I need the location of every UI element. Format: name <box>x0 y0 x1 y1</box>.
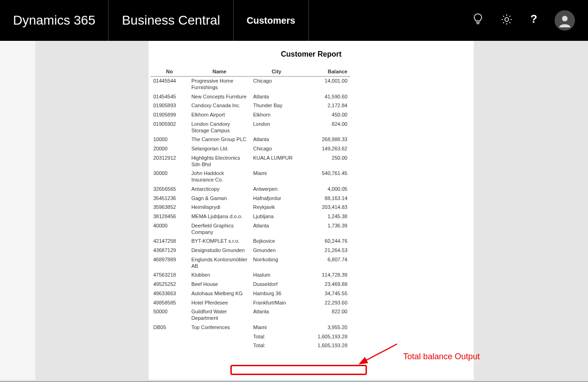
cell-no: 35451236 <box>150 194 189 203</box>
cell-no: 50000 <box>150 307 189 323</box>
cell-balance: 1,245.38 <box>303 212 350 221</box>
cell-no: 20000 <box>150 144 189 154</box>
app-header: Dynamics 365 Business Central Customers … <box>0 0 588 41</box>
cell-balance: 203,414.83 <box>303 203 350 212</box>
cell-no: 49525252 <box>150 280 189 289</box>
table-row: 50000Guildford Water DepartmentAtlanta82… <box>150 307 350 323</box>
table-row: 49633663Autohaus Mielberg KGHamburg 3634… <box>150 289 350 298</box>
cell-name: Top Conferences <box>189 323 250 332</box>
cell-no: 01454545 <box>150 92 189 102</box>
total-value: 1,605,193.28 <box>303 332 350 342</box>
help-icon[interactable]: ? <box>530 13 537 27</box>
table-row: 49858585Hotel PferdeseeFrankfurt/Main22,… <box>150 298 350 308</box>
cell-name: John Haddock Insurance Co. <box>189 169 250 185</box>
cell-city: Atlanta <box>250 92 303 102</box>
cell-no: 20312912 <box>150 154 189 169</box>
cell-name: The Cannon Group PLC <box>189 135 250 144</box>
cell-city: Frankfurt/Main <box>250 298 303 308</box>
cell-balance: 822.00 <box>303 307 350 323</box>
table-row: 01454545New Concepts FurnitureAtlanta41,… <box>150 92 350 102</box>
table-row: 35451236Gagn & GamanHafnafjordur88,163.1… <box>150 194 350 203</box>
cell-city: Hafnafjordur <box>250 194 303 203</box>
table-row: 43687129Designstudio GmundenGmunden21,26… <box>150 246 350 255</box>
cell-balance: 450.00 <box>303 110 350 120</box>
table-row: 30000John Haddock Insurance Co.Miami540,… <box>150 169 350 185</box>
col-city: City <box>250 67 303 77</box>
cell-city: Miami <box>250 169 303 185</box>
cell-city: Atlanta <box>250 221 303 237</box>
cell-balance: 41,590.60 <box>303 92 350 102</box>
cell-balance: 268,988.33 <box>303 135 350 144</box>
cell-city: Ljubljana <box>250 212 303 221</box>
gear-icon[interactable] <box>501 13 513 27</box>
cell-city: Miami <box>250 323 303 332</box>
cell-name: Autohaus Mielberg KG <box>189 289 250 298</box>
table-row: 40000Deerfield Graphics CompanyAtlanta1,… <box>150 221 350 237</box>
cell-no: 01905893 <box>150 101 189 110</box>
annotation-label: Total balance Output <box>403 352 480 362</box>
customer-report-table: No Name City Balance 01445544Progressive… <box>150 67 350 350</box>
cell-name: Gagn & Gaman <box>189 194 250 203</box>
cell-no: 43687129 <box>150 246 189 255</box>
cell-city: Thunder Bay <box>250 101 303 110</box>
cell-no: DB05 <box>150 323 189 332</box>
cell-balance: 34,745.55 <box>303 289 350 298</box>
cell-balance: 3,955.20 <box>303 323 350 332</box>
cell-city: Elkhorn <box>250 110 303 120</box>
cell-balance: 22,293.60 <box>303 298 350 308</box>
cell-name: Candoxy Canada Inc. <box>189 101 250 110</box>
cell-name: Designstudio Gmunden <box>189 246 250 255</box>
cell-no: 01905899 <box>150 110 189 120</box>
left-sidebar <box>0 41 35 380</box>
header-icons: ? <box>473 10 588 31</box>
total-label: Total: <box>250 332 303 342</box>
cell-name: Elkhorn Airport <box>189 110 250 120</box>
cell-name: Highlights Electronics Sdn Bhd <box>189 154 250 169</box>
cell-city: Gmunden <box>250 246 303 255</box>
table-row: 49525252Beef HouseDusseldorf23,469.88 <box>150 280 350 289</box>
cell-name: Antarcticopy <box>189 185 250 194</box>
cell-city: KUALA LUMPUR <box>250 154 303 169</box>
cell-balance: 21,264.53 <box>303 246 350 255</box>
cell-no: 35963852 <box>150 203 189 212</box>
cell-city: Atlanta <box>250 307 303 323</box>
svg-point-4 <box>562 16 568 21</box>
cell-balance: 149,263.62 <box>303 144 350 154</box>
cell-no: 49858585 <box>150 298 189 308</box>
table-row: 10000The Cannon Group PLCAtlanta268,988.… <box>150 135 350 144</box>
cell-city: London <box>250 120 303 136</box>
total-row: Total:1,605,193.28 <box>150 341 350 350</box>
cell-balance: 4,000.05 <box>303 185 350 194</box>
table-row: 32656565AntarcticopyAntwerpen4,000.05 <box>150 185 350 194</box>
table-row: 01905899Elkhorn AirportElkhorn450.00 <box>150 110 350 120</box>
cell-name: Klubben <box>189 271 250 280</box>
cell-balance: 540,761.45 <box>303 169 350 185</box>
cell-no: 01905902 <box>150 120 189 136</box>
svg-point-2 <box>505 18 509 21</box>
table-row: 01905902London Candoxy Storage CampusLon… <box>150 120 350 136</box>
avatar[interactable] <box>555 10 575 31</box>
brand-app[interactable]: Business Central <box>109 0 234 41</box>
cell-no: 38128456 <box>150 212 189 221</box>
cell-city: Chicago <box>250 77 303 92</box>
cell-balance: 250.00 <box>303 154 350 169</box>
total-row: Total:1,605,193.28 <box>150 332 350 342</box>
page-area: Customer Report No Name City Balance 014… <box>0 41 588 382</box>
cell-no: 32656565 <box>150 185 189 194</box>
cell-city: Haslum <box>250 271 303 280</box>
cell-city: Dusseldorf <box>250 280 303 289</box>
cell-balance: 1,736.39 <box>303 221 350 237</box>
table-row: 20312912Highlights Electronics Sdn BhdKU… <box>150 154 350 169</box>
cell-name: New Concepts Furniture <box>189 92 250 102</box>
brand-dynamics[interactable]: Dynamics 365 <box>0 0 109 41</box>
cell-name: Heimilisprydi <box>189 203 250 212</box>
col-no: No <box>150 67 189 77</box>
cell-no: 47563218 <box>150 271 189 280</box>
cell-no: 01445544 <box>150 77 189 92</box>
cell-name: Deerfield Graphics Company <box>189 221 250 237</box>
cell-no: 40000 <box>150 221 189 237</box>
table-row: 42147258BYT-KOMPLET s.r.o.Bojkovice60,24… <box>150 237 350 246</box>
lightbulb-icon[interactable] <box>473 13 483 28</box>
table-row: 20000Selangorian Ltd.Chicago149,263.62 <box>150 144 350 154</box>
cell-name: Hotel Pferdesee <box>189 298 250 308</box>
